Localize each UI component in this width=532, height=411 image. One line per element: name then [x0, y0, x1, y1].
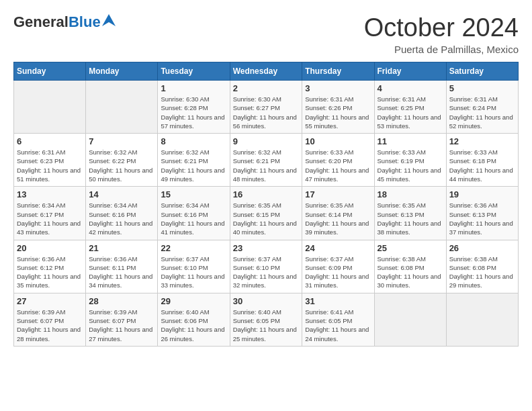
day-of-week-header: Tuesday [158, 62, 230, 81]
calendar-day-cell: 13Sunrise: 6:34 AMSunset: 6:17 PMDayligh… [14, 187, 86, 240]
calendar-day-cell: 26Sunrise: 6:38 AMSunset: 6:08 PMDayligh… [446, 240, 518, 293]
calendar-day-cell: 28Sunrise: 6:39 AMSunset: 6:07 PMDayligh… [86, 293, 158, 346]
day-of-week-header: Sunday [14, 62, 86, 81]
day-number: 16 [233, 189, 300, 199]
day-info: Sunrise: 6:38 AMSunset: 6:08 PMDaylight:… [378, 255, 443, 290]
day-info: Sunrise: 6:34 AMSunset: 6:16 PMDaylight:… [89, 201, 154, 236]
day-info: Sunrise: 6:40 AMSunset: 6:06 PMDaylight:… [161, 308, 226, 343]
calendar-day-cell: 21Sunrise: 6:36 AMSunset: 6:11 PMDayligh… [86, 240, 158, 293]
calendar-week-row: 1Sunrise: 6:30 AMSunset: 6:28 PMDaylight… [14, 81, 519, 134]
calendar-day-cell: 15Sunrise: 6:34 AMSunset: 6:16 PMDayligh… [158, 187, 230, 240]
day-info: Sunrise: 6:39 AMSunset: 6:07 PMDaylight:… [89, 308, 154, 343]
day-number: 27 [17, 296, 83, 306]
day-info: Sunrise: 6:32 AMSunset: 6:22 PMDaylight:… [89, 148, 154, 183]
day-number: 13 [17, 189, 83, 199]
day-of-week-header: Saturday [446, 62, 518, 81]
calendar-day-cell: 8Sunrise: 6:32 AMSunset: 6:21 PMDaylight… [158, 134, 230, 187]
calendar-day-cell: 22Sunrise: 6:37 AMSunset: 6:10 PMDayligh… [158, 240, 230, 293]
day-number: 12 [449, 136, 515, 146]
calendar-table: SundayMondayTuesdayWednesdayThursdayFrid… [13, 62, 519, 347]
day-info: Sunrise: 6:37 AMSunset: 6:10 PMDaylight:… [161, 255, 226, 290]
day-number: 17 [305, 189, 371, 199]
day-number: 22 [161, 243, 226, 253]
calendar-day-cell: 2Sunrise: 6:30 AMSunset: 6:27 PMDaylight… [230, 81, 302, 134]
day-number: 9 [233, 136, 300, 146]
day-info: Sunrise: 6:37 AMSunset: 6:09 PMDaylight:… [305, 255, 371, 290]
day-number: 5 [449, 83, 515, 93]
calendar-day-cell: 19Sunrise: 6:36 AMSunset: 6:13 PMDayligh… [446, 187, 518, 240]
day-info: Sunrise: 6:36 AMSunset: 6:13 PMDaylight:… [449, 201, 515, 236]
day-info: Sunrise: 6:30 AMSunset: 6:28 PMDaylight:… [161, 95, 226, 130]
day-number: 18 [378, 189, 443, 199]
calendar-day-cell: 23Sunrise: 6:37 AMSunset: 6:10 PMDayligh… [230, 240, 302, 293]
day-info: Sunrise: 6:35 AMSunset: 6:14 PMDaylight:… [305, 201, 371, 236]
day-info: Sunrise: 6:30 AMSunset: 6:27 PMDaylight:… [233, 95, 300, 130]
calendar-day-cell [86, 81, 158, 134]
day-info: Sunrise: 6:32 AMSunset: 6:21 PMDaylight:… [161, 148, 226, 183]
day-info: Sunrise: 6:36 AMSunset: 6:12 PMDaylight:… [17, 255, 83, 290]
calendar-day-cell: 5Sunrise: 6:31 AMSunset: 6:24 PMDaylight… [446, 81, 518, 134]
logo-blue-text: Blue [69, 13, 101, 31]
calendar-day-cell: 12Sunrise: 6:33 AMSunset: 6:18 PMDayligh… [446, 134, 518, 187]
day-of-week-header: Monday [86, 62, 158, 81]
calendar-header-row: SundayMondayTuesdayWednesdayThursdayFrid… [14, 62, 519, 81]
calendar-day-cell: 9Sunrise: 6:32 AMSunset: 6:21 PMDaylight… [230, 134, 302, 187]
day-number: 1 [161, 83, 226, 93]
day-info: Sunrise: 6:40 AMSunset: 6:05 PMDaylight:… [233, 308, 300, 343]
calendar-week-row: 27Sunrise: 6:39 AMSunset: 6:07 PMDayligh… [14, 293, 519, 346]
day-number: 6 [17, 136, 83, 146]
day-number: 8 [161, 136, 226, 146]
day-number: 7 [89, 136, 154, 146]
calendar-day-cell: 16Sunrise: 6:35 AMSunset: 6:15 PMDayligh… [230, 187, 302, 240]
day-number: 30 [233, 296, 300, 306]
calendar-day-cell: 4Sunrise: 6:31 AMSunset: 6:25 PMDaylight… [374, 81, 446, 134]
day-number: 11 [378, 136, 443, 146]
calendar-day-cell: 14Sunrise: 6:34 AMSunset: 6:16 PMDayligh… [86, 187, 158, 240]
calendar-day-cell: 29Sunrise: 6:40 AMSunset: 6:06 PMDayligh… [158, 293, 230, 346]
calendar-day-cell: 11Sunrise: 6:33 AMSunset: 6:19 PMDayligh… [374, 134, 446, 187]
day-info: Sunrise: 6:35 AMSunset: 6:15 PMDaylight:… [233, 201, 300, 236]
day-info: Sunrise: 6:31 AMSunset: 6:25 PMDaylight:… [378, 95, 443, 130]
calendar-day-cell: 17Sunrise: 6:35 AMSunset: 6:14 PMDayligh… [302, 187, 374, 240]
day-info: Sunrise: 6:36 AMSunset: 6:11 PMDaylight:… [89, 255, 154, 290]
day-number: 14 [89, 189, 154, 199]
calendar-day-cell: 31Sunrise: 6:41 AMSunset: 6:05 PMDayligh… [302, 293, 374, 346]
day-info: Sunrise: 6:39 AMSunset: 6:07 PMDaylight:… [17, 308, 83, 343]
day-info: Sunrise: 6:33 AMSunset: 6:18 PMDaylight:… [449, 148, 515, 183]
day-of-week-header: Wednesday [230, 62, 302, 81]
calendar-day-cell: 7Sunrise: 6:32 AMSunset: 6:22 PMDaylight… [86, 134, 158, 187]
day-number: 29 [161, 296, 226, 306]
logo-bird-icon [102, 14, 116, 26]
day-number: 24 [305, 243, 371, 253]
day-info: Sunrise: 6:38 AMSunset: 6:08 PMDaylight:… [449, 255, 515, 290]
calendar-day-cell: 1Sunrise: 6:30 AMSunset: 6:28 PMDaylight… [158, 81, 230, 134]
calendar-day-cell [446, 293, 518, 346]
calendar-week-row: 13Sunrise: 6:34 AMSunset: 6:17 PMDayligh… [14, 187, 519, 240]
calendar-day-cell: 18Sunrise: 6:35 AMSunset: 6:13 PMDayligh… [374, 187, 446, 240]
day-number: 19 [449, 189, 515, 199]
day-info: Sunrise: 6:34 AMSunset: 6:16 PMDaylight:… [161, 201, 226, 236]
calendar-day-cell: 3Sunrise: 6:31 AMSunset: 6:26 PMDaylight… [302, 81, 374, 134]
day-number: 31 [305, 296, 371, 306]
day-number: 20 [17, 243, 83, 253]
day-info: Sunrise: 6:31 AMSunset: 6:26 PMDaylight:… [305, 95, 371, 130]
day-number: 26 [449, 243, 515, 253]
day-info: Sunrise: 6:41 AMSunset: 6:05 PMDaylight:… [305, 308, 371, 343]
location-label: Puerta de Palmillas, Mexico [364, 44, 519, 55]
day-info: Sunrise: 6:35 AMSunset: 6:13 PMDaylight:… [378, 201, 443, 236]
day-number: 15 [161, 189, 226, 199]
day-info: Sunrise: 6:31 AMSunset: 6:23 PMDaylight:… [17, 148, 83, 183]
day-info: Sunrise: 6:31 AMSunset: 6:24 PMDaylight:… [449, 95, 515, 130]
calendar-day-cell: 6Sunrise: 6:31 AMSunset: 6:23 PMDaylight… [14, 134, 86, 187]
logo: General Blue [13, 13, 116, 31]
calendar-day-cell: 24Sunrise: 6:37 AMSunset: 6:09 PMDayligh… [302, 240, 374, 293]
page-header: General Blue October 2024 Puerta de Palm… [13, 13, 519, 55]
calendar-week-row: 6Sunrise: 6:31 AMSunset: 6:23 PMDaylight… [14, 134, 519, 187]
day-of-week-header: Friday [374, 62, 446, 81]
calendar-day-cell: 10Sunrise: 6:33 AMSunset: 6:20 PMDayligh… [302, 134, 374, 187]
calendar-week-row: 20Sunrise: 6:36 AMSunset: 6:12 PMDayligh… [14, 240, 519, 293]
day-info: Sunrise: 6:37 AMSunset: 6:10 PMDaylight:… [233, 255, 300, 290]
calendar-day-cell: 20Sunrise: 6:36 AMSunset: 6:12 PMDayligh… [14, 240, 86, 293]
day-info: Sunrise: 6:32 AMSunset: 6:21 PMDaylight:… [233, 148, 300, 183]
day-number: 21 [89, 243, 154, 253]
